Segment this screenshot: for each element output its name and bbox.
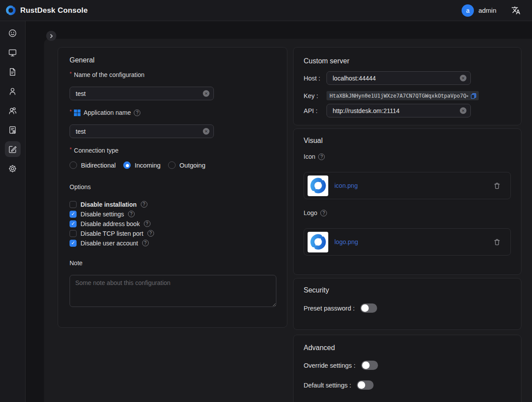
help-icon[interactable] bbox=[320, 210, 327, 216]
default-settings-row: Default settings : bbox=[304, 380, 511, 390]
default-settings-toggle[interactable] bbox=[357, 380, 374, 390]
translate-icon[interactable] bbox=[511, 6, 521, 15]
key-value-chip: HtaXBkJNHyn0e1U1jWXze7A7CN7QTGWqxkOtpaVp… bbox=[327, 91, 479, 100]
sidebar-item-logs[interactable] bbox=[5, 64, 21, 80]
sidebar-item-groups[interactable] bbox=[5, 102, 21, 118]
document-user-icon bbox=[8, 125, 17, 135]
sidebar-item-users[interactable] bbox=[5, 83, 21, 99]
sidebar-expand-button[interactable] bbox=[46, 31, 56, 41]
gear-icon bbox=[8, 164, 17, 173]
chevron-right-icon bbox=[49, 33, 54, 39]
override-settings-label: Override settings : bbox=[304, 362, 356, 369]
app-name-field bbox=[70, 124, 214, 138]
advanced-title: Advanced bbox=[304, 343, 511, 353]
host-label: Host : bbox=[304, 75, 327, 82]
default-settings-label: Default settings : bbox=[304, 382, 351, 389]
app-name-label: * Application name bbox=[70, 108, 275, 117]
sidebar-item-devices[interactable] bbox=[5, 44, 21, 60]
advanced-card: Advanced Override settings : Default set… bbox=[293, 335, 521, 402]
avatar[interactable]: a bbox=[462, 4, 474, 17]
logo-file-link[interactable]: logo.png bbox=[334, 238, 487, 245]
checkbox-disable-installation[interactable]: Disable installation bbox=[70, 200, 275, 208]
checkbox bbox=[70, 201, 77, 208]
help-icon[interactable] bbox=[144, 220, 150, 227]
host-row: Host : bbox=[304, 71, 511, 85]
sidebar-item-settings[interactable] bbox=[5, 161, 21, 176]
radio-outgoing[interactable]: Outgoing bbox=[168, 161, 205, 169]
override-settings-row: Override settings : bbox=[304, 361, 511, 370]
options-list: Disable installation Disable settings Di… bbox=[70, 200, 275, 247]
help-icon[interactable] bbox=[141, 201, 147, 208]
copy-icon[interactable] bbox=[470, 92, 477, 99]
clear-icon[interactable] bbox=[203, 90, 209, 97]
api-input[interactable] bbox=[327, 104, 471, 117]
help-icon[interactable] bbox=[128, 211, 135, 217]
api-field bbox=[327, 104, 471, 117]
user-name[interactable]: admin bbox=[478, 7, 496, 14]
logo-label: Logo bbox=[304, 208, 511, 217]
app-title: RustDesk Console bbox=[20, 6, 88, 15]
icon-file-link[interactable]: icon.png bbox=[334, 182, 487, 189]
host-input[interactable] bbox=[327, 71, 471, 85]
sidebar-item-custom-clients[interactable] bbox=[5, 141, 21, 157]
rustdesk-logo-icon bbox=[309, 233, 327, 251]
api-label: API : bbox=[304, 107, 327, 114]
general-title: General bbox=[70, 55, 275, 65]
clear-icon[interactable] bbox=[460, 107, 466, 114]
host-field bbox=[327, 71, 471, 85]
config-name-input[interactable] bbox=[70, 87, 214, 100]
general-card: General * Name of the configuration * Ap… bbox=[58, 47, 287, 328]
icon-file-row: icon.png bbox=[304, 172, 511, 199]
checkbox bbox=[70, 211, 77, 218]
note-label: Note bbox=[70, 259, 275, 267]
preset-password-row: Preset password : bbox=[304, 303, 511, 313]
rustdesk-logo-icon bbox=[5, 5, 16, 16]
sidebar bbox=[0, 21, 26, 402]
config-name-label: * Name of the configuration bbox=[70, 70, 275, 79]
help-icon[interactable] bbox=[142, 240, 149, 246]
trash-icon[interactable] bbox=[493, 182, 501, 190]
visual-title: Visual bbox=[304, 136, 511, 146]
checkbox-disable-tcp-listen-port[interactable]: Disable TCP listen port bbox=[70, 229, 275, 238]
custom-server-title: Custom server bbox=[304, 56, 511, 66]
connection-type-group: Bidirectional Incoming Outgoing bbox=[70, 161, 275, 169]
edit-square-icon bbox=[8, 145, 17, 154]
key-row: Key : HtaXBkJNHyn0e1U1jWXze7A7CN7QTGWqxk… bbox=[304, 91, 511, 100]
content-area: General * Name of the configuration * Ap… bbox=[26, 21, 532, 402]
security-title: Security bbox=[304, 285, 511, 295]
icon-thumbnail bbox=[308, 175, 328, 196]
help-icon[interactable] bbox=[147, 230, 154, 237]
api-row: API : bbox=[304, 104, 511, 117]
help-icon[interactable] bbox=[134, 110, 140, 116]
checkbox bbox=[70, 240, 77, 247]
checkbox-disable-user-account[interactable]: Disable user account bbox=[70, 239, 275, 247]
override-settings-toggle[interactable] bbox=[361, 361, 378, 370]
required-asterisk: * bbox=[70, 108, 72, 115]
icon-label: Icon bbox=[304, 152, 511, 161]
app-name-input[interactable] bbox=[70, 124, 214, 138]
user-icon bbox=[8, 87, 17, 96]
sidebar-item-audit[interactable] bbox=[5, 122, 21, 138]
options-label: Options bbox=[70, 183, 275, 191]
topbar: RustDesk Console a admin bbox=[0, 0, 532, 21]
note-textarea[interactable] bbox=[70, 275, 276, 307]
preset-password-toggle[interactable] bbox=[360, 303, 377, 313]
preset-password-label: Preset password : bbox=[304, 305, 355, 312]
clear-icon[interactable] bbox=[203, 128, 209, 135]
logo-thumbnail bbox=[308, 232, 328, 252]
radio-circle bbox=[168, 161, 176, 169]
key-value: HtaXBkJNHyn0e1U1jWXze7A7CN7QTGWqxkOtpaVp… bbox=[330, 93, 468, 99]
checkbox bbox=[70, 220, 77, 227]
document-icon bbox=[8, 67, 17, 77]
trash-icon[interactable] bbox=[493, 238, 501, 246]
help-icon[interactable] bbox=[318, 153, 325, 160]
clear-icon[interactable] bbox=[460, 75, 466, 81]
radio-incoming[interactable]: Incoming bbox=[123, 161, 161, 169]
checkbox-disable-settings[interactable]: Disable settings bbox=[70, 210, 275, 218]
radio-bidirectional[interactable]: Bidirectional bbox=[70, 161, 116, 169]
checkbox bbox=[70, 230, 77, 237]
main-panel: General * Name of the configuration * Ap… bbox=[44, 39, 532, 402]
sidebar-item-dashboard[interactable] bbox=[5, 25, 21, 41]
users-group-icon bbox=[8, 106, 17, 115]
checkbox-disable-address-book[interactable]: Disable address book bbox=[70, 219, 275, 228]
